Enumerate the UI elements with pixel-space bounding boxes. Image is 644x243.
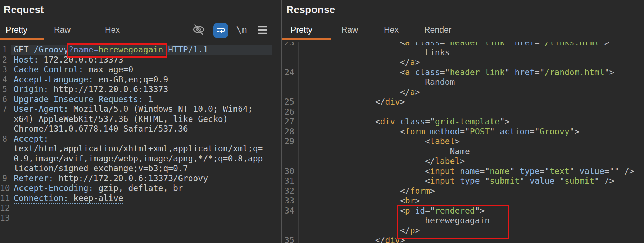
code-line[interactable]: 4Accept-Language: en-GB,en;q=0.9 (0, 75, 281, 85)
code-line[interactable]: 8Accept: (0, 134, 281, 144)
code-line[interactable]: Links (282, 48, 644, 58)
code-line[interactable]: Name (282, 147, 644, 157)
code-text: Accept-Encoding: gzip, deflate, br (14, 183, 183, 193)
gutter-separator (298, 42, 299, 243)
request-selected-tab-underline (0, 38, 44, 40)
code-text: </div> (300, 97, 405, 107)
editor-menu-icon[interactable] (257, 26, 267, 36)
line-number: 27 (282, 117, 294, 127)
line-number: 33 (282, 196, 294, 206)
line-number: 30 (282, 166, 294, 176)
code-line[interactable]: 32 </form> (282, 186, 644, 196)
response-rendered-output-highlight-box (397, 205, 509, 239)
request-query-param-highlight-box (67, 43, 167, 58)
line-number: 10 (0, 183, 7, 193)
code-line[interactable]: 25 </div> (282, 97, 644, 107)
request-tab-pretty[interactable]: Pretty (6, 25, 27, 35)
code-line[interactable]: 28 <form method="POST" action="Groovy"> (282, 127, 644, 137)
panel-splitter[interactable] (281, 0, 282, 243)
code-line[interactable]: 26 (282, 107, 644, 117)
code-line[interactable]: 10Accept-Encoding: gzip, deflate, br (0, 183, 281, 193)
code-line[interactable]: lication/signed-exchange;v=b3;q=0.7 (0, 164, 281, 174)
code-line[interactable]: 9Referer: http://172.20.0.6:13373/Groovy (0, 174, 281, 184)
code-text: x64) AppleWebKit/537.36 (KHTML, like Gec… (14, 114, 228, 124)
code-line[interactable]: </a> (282, 58, 644, 68)
line-number: 6 (0, 95, 7, 105)
code-line[interactable]: 27 <div class="grid-template"> (282, 117, 644, 127)
code-text: </label> (300, 156, 465, 166)
code-text: </form> (300, 186, 435, 196)
line-number: 29 (282, 137, 294, 147)
code-line[interactable]: 5Origin: http://172.20.0.6:13373 (0, 84, 281, 95)
code-line[interactable]: Chrome/131.0.6778.140 Safari/537.36 (0, 124, 281, 134)
code-text: <input type="submit" value="submit" /> (300, 176, 614, 186)
code-line[interactable]: text/html,application/xhtml+xml,applicat… (0, 144, 281, 154)
code-line[interactable]: 0.9,image/avif,image/webp,image/apng,*/*… (0, 154, 281, 164)
line-number: 13 (0, 213, 7, 223)
code-text: Accept-Language: en-GB,en;q=0.9 (14, 75, 168, 85)
code-line[interactable]: 33 <br> (282, 196, 644, 206)
response-tab-raw[interactable]: Raw (341, 25, 358, 35)
response-tab-pretty[interactable]: Pretty (291, 25, 312, 35)
line-number: 11 (0, 193, 7, 203)
line-number: 5 (0, 84, 7, 95)
code-text: </a> (300, 87, 420, 97)
hide-matched-items-icon[interactable] (192, 23, 205, 38)
response-tab-hex[interactable]: Hex (384, 25, 399, 35)
line-number: 26 (282, 107, 294, 117)
code-text: text/html,application/xhtml+xml,applicat… (14, 144, 263, 154)
request-tab-hex[interactable]: Hex (105, 25, 120, 35)
code-line[interactable]: 13 (0, 213, 281, 223)
code-text: <div class="grid-template"> (300, 117, 510, 127)
code-text: Random (300, 77, 455, 87)
line-number: 12 (0, 203, 7, 213)
code-line[interactable]: Random (282, 77, 644, 87)
line-number: 25 (282, 97, 294, 107)
code-line[interactable]: 7User-Agent: Mozilla/5.0 (Windows NT 10.… (0, 104, 281, 114)
code-line[interactable]: 31 <input type="submit" value="submit" /… (282, 176, 644, 186)
code-line[interactable]: x64) AppleWebKit/537.36 (KHTML, like Gec… (0, 114, 281, 124)
line-number: 3 (0, 65, 7, 75)
response-panel-title: Response (286, 4, 335, 15)
line-number: 9 (0, 174, 7, 184)
code-text: Origin: http://172.20.0.6:13373 (14, 84, 168, 95)
word-wrap-toggle-icon[interactable] (213, 23, 228, 38)
code-text: </a> (300, 58, 420, 68)
code-text: Chrome/131.0.6778.140 Safari/537.36 (14, 124, 188, 134)
line-number: 31 (282, 176, 294, 186)
request-panel-title: Request (4, 4, 44, 15)
code-line[interactable]: 6Upgrade-Insecure-Requests: 1 (0, 95, 281, 105)
code-line[interactable]: 29 <label> (282, 137, 644, 147)
code-text: Referer: http://172.20.0.6:13373/Groovy (14, 174, 208, 184)
gutter-separator (11, 42, 11, 243)
code-text: <label> (300, 137, 460, 147)
code-text: Accept: (14, 134, 49, 144)
code-line[interactable]: 24 <a class="header-link" href="/random.… (282, 68, 644, 78)
response-tab-render[interactable]: Render (424, 25, 451, 35)
code-text: Cache-Control: max-age=0 (14, 65, 133, 75)
code-text: <br> (300, 196, 420, 206)
response-selected-tab-underline (282, 38, 331, 40)
code-text: <form method="POST" action="Groovy"> (300, 127, 580, 137)
code-line[interactable]: 12 (0, 203, 281, 213)
line-number: 24 (282, 68, 294, 78)
code-text: <input name="name" type="text" value="" … (300, 166, 634, 176)
line-number: 4 (0, 75, 7, 85)
code-line[interactable]: 3Cache-Control: max-age=0 (0, 65, 281, 75)
code-text: <a class="header-link" href="/random.htm… (300, 68, 614, 78)
line-number: 23 (282, 42, 294, 48)
code-text: 0.9,image/avif,image/webp,image/apng,*/*… (14, 154, 263, 164)
line-number: 1 (0, 45, 7, 55)
code-line[interactable]: 11Connection: keep-alive (0, 193, 281, 203)
line-number: 8 (0, 134, 7, 144)
code-text: Links (300, 48, 450, 58)
request-editor[interactable]: 1GET /Groovy?name=herewegoagain HTTP/1.1… (0, 42, 281, 243)
newline-toggle[interactable]: \n (236, 24, 247, 35)
request-tab-raw[interactable]: Raw (54, 25, 71, 35)
line-number: 7 (0, 104, 7, 114)
code-line[interactable]: 30 <input name="name" type="text" value=… (282, 166, 644, 176)
code-line[interactable]: 23 <a class="header-link" href="/links.h… (282, 42, 644, 48)
code-text: Connection: keep-alive (14, 193, 123, 205)
code-line[interactable]: </label> (282, 156, 644, 166)
code-line[interactable]: </a> (282, 87, 644, 97)
